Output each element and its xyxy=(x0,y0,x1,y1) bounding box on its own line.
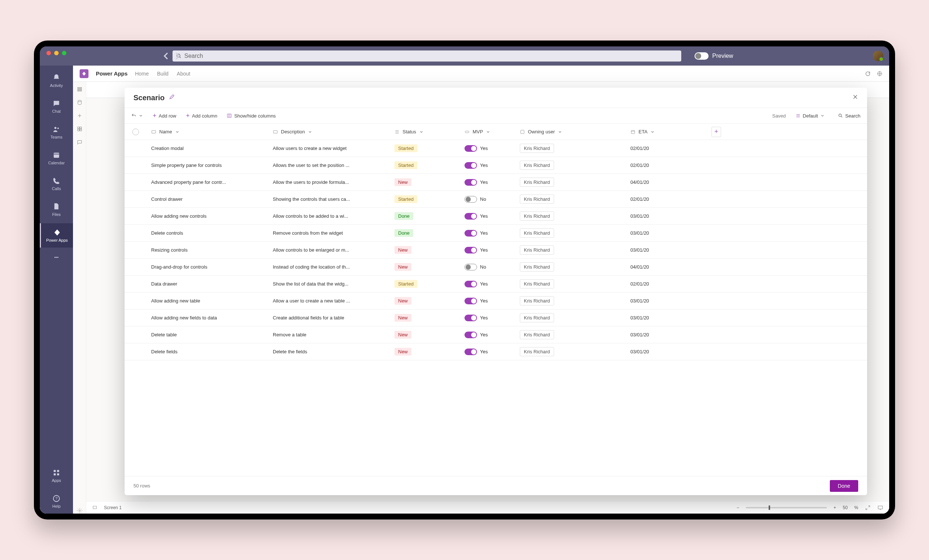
col-header-status[interactable]: Status xyxy=(390,129,460,135)
user-chip[interactable]: Kris Richard xyxy=(520,161,554,170)
table-row[interactable]: Delete controlsRemove controls from the … xyxy=(124,225,867,242)
cell-name[interactable]: Delete table xyxy=(147,332,268,338)
rail-chat[interactable]: Chat xyxy=(40,94,73,119)
zoom-slider[interactable] xyxy=(746,507,827,508)
globe-icon[interactable] xyxy=(877,71,883,77)
edit-title-button[interactable] xyxy=(169,94,175,101)
nav-forward-button[interactable] xyxy=(173,51,182,61)
table-row[interactable]: Data drawerShow the list of data that th… xyxy=(124,275,867,292)
status-badge[interactable]: New xyxy=(394,178,411,186)
rail-more-button[interactable]: ••• xyxy=(40,249,73,265)
cell-eta[interactable]: 02/01/20 xyxy=(626,196,707,202)
table-row[interactable]: Allow adding new fields to dataCreate ad… xyxy=(124,309,867,326)
user-chip[interactable]: Kris Richard xyxy=(520,177,554,187)
nav-back-button[interactable] xyxy=(161,51,171,61)
cell-description[interactable]: Remove a table xyxy=(268,332,390,338)
refresh-icon[interactable] xyxy=(865,71,871,77)
rail-help[interactable]: ?Help xyxy=(40,489,73,514)
cell-eta[interactable]: 03/01/20 xyxy=(626,332,707,338)
user-chip[interactable]: Kris Richard xyxy=(520,279,554,288)
col-header-owning-user[interactable]: Owning user xyxy=(515,129,626,135)
cell-name[interactable]: Allow adding new table xyxy=(147,298,268,304)
rail-activity[interactable]: Activity xyxy=(40,69,73,93)
cell-description[interactable]: Remove controls from the widget xyxy=(268,230,390,236)
user-chip[interactable]: Kris Richard xyxy=(520,313,554,322)
status-badge[interactable]: Started xyxy=(394,161,417,169)
preview-toggle[interactable] xyxy=(694,52,708,60)
status-badge[interactable]: New xyxy=(394,314,411,321)
cell-description[interactable]: Allow the users to provide formula... xyxy=(268,179,390,185)
mvp-toggle[interactable] xyxy=(464,145,477,152)
col-header-mvp[interactable]: MVP xyxy=(460,129,515,135)
cell-eta[interactable]: 02/01/20 xyxy=(626,162,707,168)
cell-eta[interactable]: 03/01/20 xyxy=(626,247,707,253)
mvp-toggle[interactable] xyxy=(464,162,477,169)
mvp-toggle[interactable] xyxy=(464,179,477,186)
status-badge[interactable]: New xyxy=(394,297,411,305)
table-row[interactable]: Delete tableRemove a tableNewYesKris Ric… xyxy=(124,326,867,343)
table-search-button[interactable]: Search xyxy=(834,111,864,121)
add-icon[interactable] xyxy=(77,113,83,119)
mvp-toggle[interactable] xyxy=(464,213,477,220)
global-search-input[interactable]: Search xyxy=(173,50,681,61)
cell-name[interactable]: Advanced property pane for contr... xyxy=(147,179,268,185)
user-chip[interactable]: Kris Richard xyxy=(520,262,554,272)
mvp-toggle[interactable] xyxy=(464,332,477,338)
minimize-window-icon[interactable] xyxy=(54,51,58,55)
screen-name[interactable]: Screen 1 xyxy=(104,505,122,510)
tree-icon[interactable] xyxy=(77,86,83,92)
nav-build[interactable]: Build xyxy=(157,71,169,77)
cell-name[interactable]: Delete fields xyxy=(147,349,268,354)
table-row[interactable]: Advanced property pane for contr...Allow… xyxy=(124,174,867,191)
mvp-toggle[interactable] xyxy=(464,247,477,254)
view-selector[interactable]: Default xyxy=(792,111,828,121)
select-all-checkbox[interactable] xyxy=(132,129,139,135)
cell-description[interactable]: Allow controls to be added to a wi... xyxy=(268,213,390,219)
col-header-name[interactable]: Name xyxy=(147,129,268,135)
mvp-toggle[interactable] xyxy=(464,196,477,203)
status-badge[interactable]: New xyxy=(394,263,411,271)
add-column-button[interactable]: +Add column xyxy=(182,110,221,122)
cell-description[interactable]: Allows the user to set the position ... xyxy=(268,162,390,168)
rail-apps[interactable]: Apps xyxy=(40,464,73,488)
cell-name[interactable]: Data drawer xyxy=(147,281,268,287)
cell-description[interactable]: Showing the controls that users ca... xyxy=(268,196,390,202)
user-chip[interactable]: Kris Richard xyxy=(520,144,554,153)
cell-eta[interactable]: 03/01/20 xyxy=(626,213,707,219)
grid-icon[interactable] xyxy=(77,126,83,132)
status-badge[interactable]: Started xyxy=(394,144,417,152)
nav-about[interactable]: About xyxy=(177,71,191,77)
user-chip[interactable]: Kris Richard xyxy=(520,347,554,356)
cell-description[interactable]: Delete the fields xyxy=(268,349,390,354)
show-hide-columns-button[interactable]: Show/hide columns xyxy=(223,111,279,121)
cell-eta[interactable]: 02/01/20 xyxy=(626,281,707,287)
rail-teams[interactable]: Teams xyxy=(40,120,73,144)
col-header-description[interactable]: Description xyxy=(268,129,390,135)
table-row[interactable]: Control drawerShowing the controls that … xyxy=(124,191,867,208)
cell-description[interactable]: Instead of coding the location of th... xyxy=(268,264,390,270)
add-row-button[interactable]: +Add row xyxy=(149,110,180,122)
col-header-eta[interactable]: ETA xyxy=(626,129,707,135)
cell-name[interactable]: Allow adding new fields to data xyxy=(147,315,268,321)
status-badge[interactable]: Done xyxy=(394,212,413,220)
cell-name[interactable]: Simple property pane for controls xyxy=(147,162,268,168)
status-badge[interactable]: Started xyxy=(394,195,417,203)
cell-eta[interactable]: 03/01/20 xyxy=(626,315,707,321)
nav-home[interactable]: Home xyxy=(135,71,149,77)
cell-description[interactable]: Show the list of data that the widg... xyxy=(268,281,390,287)
mvp-toggle[interactable] xyxy=(464,230,477,237)
cell-name[interactable]: Drag-and-drop for controls xyxy=(147,264,268,270)
cell-description[interactable]: Allow controls to be enlarged or m... xyxy=(268,247,390,253)
user-chip[interactable]: Kris Richard xyxy=(520,330,554,339)
cell-description[interactable]: Allow users to create a new widget xyxy=(268,145,390,151)
cell-name[interactable]: Delete controls xyxy=(147,230,268,236)
cell-name[interactable]: Creation modal xyxy=(147,145,268,151)
user-chip[interactable]: Kris Richard xyxy=(520,296,554,305)
cell-eta[interactable]: 04/01/20 xyxy=(626,264,707,270)
table-row[interactable]: Resizing controlsAllow controls to be en… xyxy=(124,242,867,259)
cell-name[interactable]: Resizing controls xyxy=(147,247,268,253)
table-row[interactable]: Drag-and-drop for controlsInstead of cod… xyxy=(124,259,867,275)
rail-calls[interactable]: Calls xyxy=(40,172,73,196)
maximize-window-icon[interactable] xyxy=(62,51,66,55)
table-row[interactable]: Allow adding new tableAllow a user to cr… xyxy=(124,292,867,309)
